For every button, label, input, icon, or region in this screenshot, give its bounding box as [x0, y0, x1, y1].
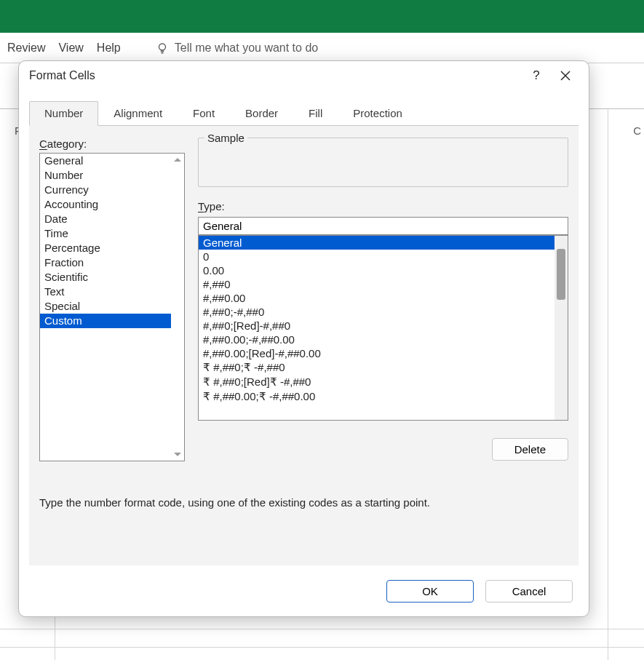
scroll-down-icon[interactable]	[174, 453, 181, 456]
type-item[interactable]: #,##0;[Red]-#,##0	[199, 319, 554, 333]
category-item-special[interactable]: Special	[40, 299, 171, 314]
sample-label: Sample	[204, 132, 247, 144]
category-item-percentage[interactable]: Percentage	[40, 241, 171, 255]
tab-protection[interactable]: Protection	[338, 101, 418, 126]
format-cells-dialog: Format Cells ? Number Alignment Font Bor…	[18, 60, 589, 617]
type-item[interactable]: ₹ #,##0;₹ -#,##0	[199, 360, 554, 375]
type-listbox[interactable]: General 0 0.00 #,##0 #,##0.00 #,##0;-#,#…	[198, 235, 568, 421]
svg-point-0	[159, 44, 165, 50]
scroll-up-icon[interactable]	[174, 158, 181, 162]
dialog-title: Format Cells	[29, 69, 95, 82]
tab-font[interactable]: Font	[178, 101, 230, 126]
type-item[interactable]: #,##0;-#,##0	[199, 305, 554, 319]
category-scrollbar[interactable]	[171, 154, 184, 461]
category-item-text[interactable]: Text	[40, 285, 171, 299]
sample-group: Sample	[198, 138, 568, 187]
scrollbar-thumb[interactable]	[557, 249, 565, 300]
tab-number[interactable]: Number	[29, 101, 98, 126]
close-button[interactable]	[551, 63, 580, 88]
ribbon-tab-help[interactable]: Help	[97, 41, 121, 55]
type-item[interactable]: #,##0.00;[Red]-#,##0.00	[199, 346, 554, 360]
ok-button[interactable]: OK	[386, 580, 474, 603]
category-item-date[interactable]: Date	[40, 212, 171, 226]
ribbon-tab-review[interactable]: Review	[7, 41, 45, 55]
type-item[interactable]: General	[199, 236, 554, 250]
type-scrollbar[interactable]	[554, 236, 568, 420]
dialog-tabs: Number Alignment Font Border Fill Protec…	[19, 101, 589, 126]
category-label: Category:	[39, 138, 185, 150]
category-item-time[interactable]: Time	[40, 226, 171, 241]
lightbulb-icon	[156, 41, 169, 55]
help-button[interactable]: ?	[522, 63, 551, 88]
type-item[interactable]: #,##0.00	[199, 291, 554, 305]
delete-button[interactable]: Delete	[492, 438, 568, 461]
type-input[interactable]	[198, 217, 568, 235]
category-item-scientific[interactable]: Scientific	[40, 270, 171, 285]
tab-alignment[interactable]: Alignment	[98, 101, 178, 126]
number-tab-panel: Category: General Number Currency Accoun…	[29, 125, 579, 565]
ribbon-accent-bar	[0, 0, 644, 33]
type-item[interactable]: ₹ #,##0;[Red]₹ -#,##0	[199, 375, 554, 389]
ribbon-tab-view[interactable]: View	[58, 41, 83, 55]
cancel-button[interactable]: Cancel	[485, 580, 573, 603]
type-item[interactable]: #,##0.00;-#,##0.00	[199, 333, 554, 346]
category-item-custom[interactable]: Custom	[40, 314, 171, 328]
type-label: Type:	[198, 200, 568, 212]
tab-border[interactable]: Border	[230, 101, 293, 126]
close-icon	[560, 71, 571, 81]
tab-fill[interactable]: Fill	[293, 101, 338, 126]
type-item[interactable]: ₹ #,##0.00;₹ -#,##0.00	[199, 389, 554, 404]
ribbon-tabs-row: Review View Help Tell me what you want t…	[0, 33, 644, 63]
category-item-number[interactable]: Number	[40, 168, 171, 183]
dialog-title-bar: Format Cells ?	[19, 61, 589, 90]
type-item[interactable]: #,##0	[199, 277, 554, 291]
category-item-fraction[interactable]: Fraction	[40, 255, 171, 270]
category-listbox[interactable]: General Number Currency Accounting Date …	[39, 153, 185, 461]
hint-text: Type the number format code, using one o…	[39, 461, 568, 509]
type-item[interactable]: 0	[199, 250, 554, 263]
dialog-footer: OK Cancel	[19, 565, 589, 616]
category-item-accounting[interactable]: Accounting	[40, 197, 171, 212]
category-item-general[interactable]: General	[40, 154, 171, 168]
category-item-currency[interactable]: Currency	[40, 183, 171, 197]
type-item[interactable]: 0.00	[199, 263, 554, 277]
tell-me-search[interactable]: Tell me what you want to do	[156, 41, 318, 55]
tell-me-label: Tell me what you want to do	[175, 41, 318, 55]
